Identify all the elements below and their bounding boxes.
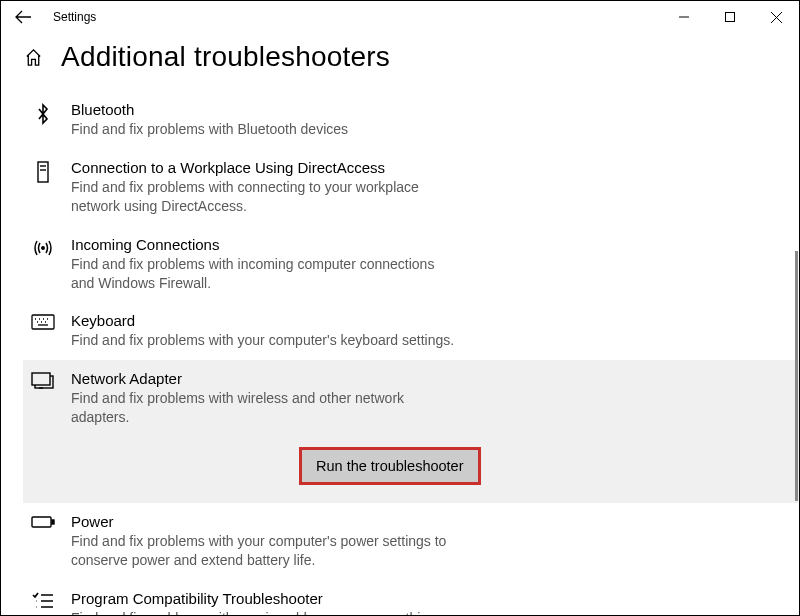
battery-icon (29, 513, 57, 570)
item-desc: Find and fix problems with incoming comp… (71, 255, 457, 293)
back-icon[interactable] (15, 10, 39, 24)
item-directaccess[interactable]: Connection to a Workplace Using DirectAc… (23, 149, 799, 226)
tower-icon (29, 159, 57, 216)
run-button-row: Run the troubleshooter (23, 437, 799, 503)
page-title: Additional troubleshooters (61, 41, 390, 73)
signal-icon (29, 236, 57, 293)
item-title: Program Compatibility Troubleshooter (71, 590, 457, 607)
item-program-compatibility[interactable]: Program Compatibility Troubleshooter Fin… (23, 580, 799, 616)
item-title: Incoming Connections (71, 236, 457, 253)
monitor-icon (29, 370, 57, 427)
item-desc: Find and fix problems with your computer… (71, 331, 454, 350)
keyboard-icon (29, 312, 57, 350)
svg-rect-18 (32, 373, 50, 385)
content-area: Additional troubleshooters Bluetooth Fin… (1, 33, 799, 616)
item-title: Keyboard (71, 312, 454, 329)
troubleshooter-list: Bluetooth Find and fix problems with Blu… (23, 91, 799, 616)
item-desc: Find and fix problems with your computer… (71, 532, 457, 570)
svg-rect-21 (52, 520, 54, 524)
item-power[interactable]: Power Find and fix problems with your co… (23, 503, 799, 580)
list-check-icon (29, 590, 57, 616)
item-network-adapter[interactable]: Network Adapter Find and fix problems wi… (23, 360, 799, 437)
svg-rect-4 (38, 162, 48, 182)
svg-rect-1 (726, 13, 735, 22)
item-keyboard[interactable]: Keyboard Find and fix problems with your… (23, 302, 799, 360)
scrollbar[interactable] (795, 251, 798, 501)
page-header: Additional troubleshooters (23, 41, 799, 73)
item-desc: Find and fix problems with Bluetooth dev… (71, 120, 348, 139)
item-desc: Find and fix problems with running older… (71, 609, 457, 616)
window-controls (661, 1, 799, 33)
svg-point-7 (42, 246, 44, 248)
item-title: Power (71, 513, 457, 530)
item-bluetooth[interactable]: Bluetooth Find and fix problems with Blu… (23, 91, 799, 149)
window-title: Settings (53, 10, 96, 24)
close-button[interactable] (753, 1, 799, 33)
item-title: Network Adapter (71, 370, 457, 387)
item-title: Connection to a Workplace Using DirectAc… (71, 159, 457, 176)
run-troubleshooter-button[interactable]: Run the troubleshooter (299, 447, 481, 485)
item-desc: Find and fix problems with wireless and … (71, 389, 457, 427)
svg-rect-8 (32, 315, 54, 329)
svg-rect-20 (32, 517, 51, 527)
item-title: Bluetooth (71, 101, 348, 118)
minimize-button[interactable] (661, 1, 707, 33)
titlebar: Settings (1, 1, 799, 33)
item-incoming-connections[interactable]: Incoming Connections Find and fix proble… (23, 226, 799, 303)
home-icon[interactable] (23, 48, 43, 67)
bluetooth-icon (29, 101, 57, 139)
maximize-button[interactable] (707, 1, 753, 33)
item-desc: Find and fix problems with connecting to… (71, 178, 457, 216)
